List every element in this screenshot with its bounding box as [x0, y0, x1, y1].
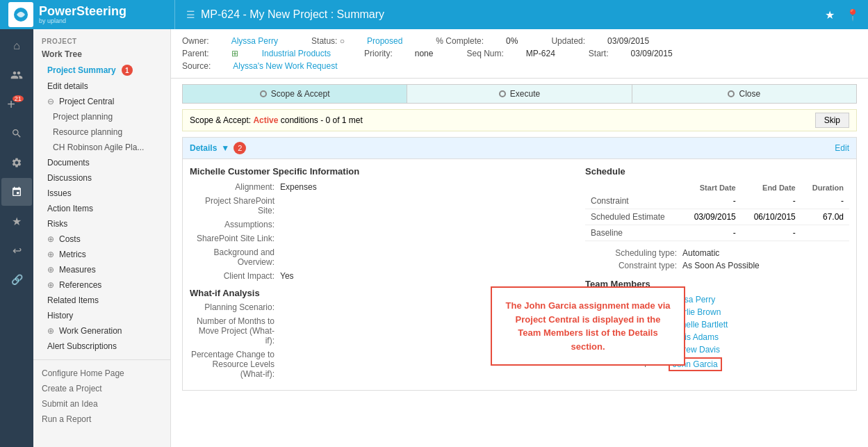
nav-link[interactable]: 🔗: [1, 266, 32, 293]
sidebar-item-measures[interactable]: ⊕ Measures: [33, 262, 170, 277]
field-sp-link: SharePoint Site Link:: [190, 234, 571, 243]
constraint-end: -: [742, 193, 801, 209]
sidebar-item-metrics[interactable]: ⊕ Metrics: [33, 247, 170, 262]
scheduling-type-label: Scheduling type:: [585, 248, 682, 258]
col-name: [585, 182, 682, 193]
sidebar-item-alert-subscriptions[interactable]: Alert Subscriptions: [33, 339, 170, 354]
status-bar: Scope & Accept: Active conditions - 0 of…: [182, 109, 857, 131]
status-value[interactable]: Proposed: [367, 36, 402, 46]
baseline-end: -: [742, 225, 801, 241]
sidebar-item-resource-planning[interactable]: Resource planning: [33, 124, 170, 140]
sidebar-section-label: PROJECT: [33, 35, 170, 47]
project-summary-label: Project Summary: [47, 65, 116, 75]
status-text: Scope & Accept: Active conditions - 0 of…: [190, 115, 363, 125]
background-label: Background and Overview:: [190, 247, 280, 267]
sidebar-item-work-tree[interactable]: Work Tree: [33, 47, 170, 62]
sidebar-item-project-planning[interactable]: Project planning: [33, 109, 170, 124]
nav-search[interactable]: [1, 120, 32, 147]
active-status: Active: [253, 115, 278, 125]
parent-label: Parent:: [182, 49, 209, 58]
scheduling-type-value: Automatic: [682, 248, 719, 258]
meta-row-1: Owner: Alyssa Perry Status: ○ Proposed %…: [182, 36, 857, 46]
owner-value[interactable]: Alyssa Perry: [231, 36, 278, 46]
baseline-duration: [801, 225, 849, 241]
expand-icon-metrics: ⊕: [47, 250, 54, 259]
scope-radio: [260, 90, 267, 97]
sidebar-item-action-items[interactable]: Action Items: [33, 201, 170, 216]
nav-users[interactable]: [1, 61, 32, 89]
tooltip-text: The John Garcia assignment made via Proj…: [506, 300, 671, 352]
expand-icon-measures: ⊕: [47, 265, 54, 275]
sidebar-item-costs[interactable]: ⊕ Costs: [33, 231, 170, 247]
constraint-start: -: [682, 193, 742, 209]
details-edit-link[interactable]: Edit: [835, 143, 849, 153]
workflow-execute[interactable]: Execute: [407, 85, 632, 103]
sidebar-item-edit-details[interactable]: Edit details: [33, 79, 170, 94]
sidebar-bottom-idea[interactable]: Submit an Idea: [33, 396, 170, 412]
nav-tree[interactable]: [1, 178, 32, 206]
priority-value: none: [415, 49, 434, 58]
main-content: Owner: Alyssa Perry Status: ○ Proposed %…: [171, 29, 868, 447]
pct-change-label: Percentage Change to Resource Levels (Wh…: [190, 350, 280, 379]
skip-button[interactable]: Skip: [815, 113, 849, 128]
col-end: End Date: [742, 182, 801, 193]
client-impact-label: Client Impact:: [190, 271, 280, 281]
sidebar-bottom-report[interactable]: Run a Report: [33, 412, 170, 427]
parent-icon: ⊞: [231, 49, 238, 58]
source-label: Source:: [182, 61, 211, 71]
top-header: PowerSteering by upland ☰ MP-624 - My Ne…: [0, 0, 868, 29]
nav-star[interactable]: ★: [1, 207, 32, 235]
location-icon[interactable]: 📍: [846, 8, 860, 22]
details-section-label[interactable]: Details: [190, 143, 217, 153]
nav-home[interactable]: ⌂: [1, 32, 32, 60]
sidebar-item-work-generation[interactable]: ⊕ Work Generation: [33, 323, 170, 339]
sp-link-label: SharePoint Site Link:: [190, 234, 280, 243]
sidebar-item-documents[interactable]: Documents: [33, 155, 170, 170]
estimate-end: 06/10/2015: [742, 209, 801, 225]
sidebar-item-issues[interactable]: Issues: [33, 186, 170, 201]
sharepoint-label: Project SharePoint Site:: [190, 196, 280, 216]
nav-settings[interactable]: [1, 149, 32, 177]
sidebar-item-risks[interactable]: Risks: [33, 216, 170, 231]
sidebar-item-project-central[interactable]: ⊖ Project Central: [33, 94, 170, 109]
sidebar-item-discussions[interactable]: Discussions: [33, 170, 170, 186]
costs-label: Costs: [59, 234, 81, 244]
star-icon[interactable]: ★: [825, 8, 835, 22]
planning-scenario-label: Planning Scenario:: [190, 302, 280, 312]
nav-history[interactable]: ↩: [1, 236, 32, 264]
schedule-row-constraint: Constraint - - -: [585, 193, 849, 209]
nav-add[interactable]: + 21: [1, 90, 32, 118]
field-client-impact: Client Impact: Yes: [190, 271, 571, 281]
sidebar-item-related-items[interactable]: Related Items: [33, 293, 170, 308]
details-dropdown-icon[interactable]: ▼: [221, 143, 229, 153]
sidebar-item-ch-robinson[interactable]: CH Robinson Agile Pla...: [33, 140, 170, 155]
close-radio: [728, 90, 735, 97]
alignment-label: Alignment:: [190, 182, 280, 192]
start-label: Start:: [589, 49, 609, 58]
constraint-name: Constraint: [585, 193, 682, 209]
parent-value[interactable]: Industrial Products: [262, 49, 331, 58]
sidebar-item-project-summary[interactable]: Project Summary 1: [33, 62, 170, 79]
project-summary-badge: 1: [122, 65, 133, 76]
constraint-type-row: Constraint type: As Soon As Possible: [585, 261, 849, 270]
complete-label: % Complete:: [436, 36, 484, 46]
expand-icon-references: ⊕: [47, 280, 54, 290]
sidebar-item-history[interactable]: History: [33, 308, 170, 323]
constraint-duration: -: [801, 193, 849, 209]
meta-section: Owner: Alyssa Perry Status: ○ Proposed %…: [171, 29, 868, 79]
alignment-value: Expenses: [280, 182, 317, 192]
schedule-row-estimate: Scheduled Estimate 03/09/2015 06/10/2015…: [585, 209, 849, 225]
conditions-text: conditions - 0 of 1 met: [281, 115, 363, 125]
sidebar-item-references[interactable]: ⊕ References: [33, 277, 170, 293]
main-layout: ⌂ + 21 ★ ↩ 🔗 PROJECT Work Tree Project S…: [0, 29, 868, 447]
schedule-table: Start Date End Date Duration Constraint …: [585, 182, 849, 241]
logo-icon: [8, 2, 33, 27]
col-duration: Duration: [801, 182, 849, 193]
workflow-close[interactable]: Close: [632, 85, 856, 103]
scope-label: Scope & Accept: [271, 89, 330, 99]
sidebar-bottom-configure[interactable]: Configure Home Page: [33, 366, 170, 381]
workflow-scope[interactable]: Scope & Accept: [183, 85, 407, 103]
source-value[interactable]: Alyssa's New Work Request: [233, 61, 337, 71]
sidebar-bottom-create[interactable]: Create a Project: [33, 381, 170, 396]
expand-icon-work-gen: ⊕: [47, 326, 54, 336]
